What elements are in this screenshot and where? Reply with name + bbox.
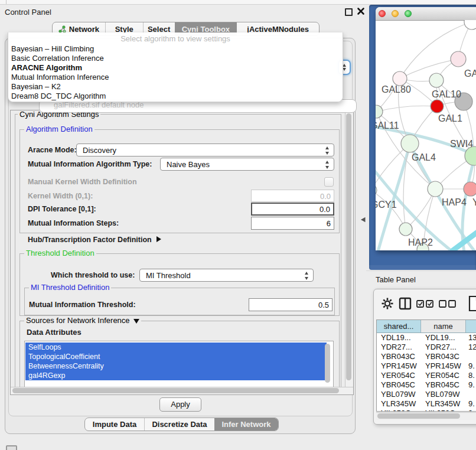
network-node-GAL80[interactable] — [393, 71, 407, 86]
table-row[interactable]: YDL19...YDL19...13 — [377, 333, 476, 343]
table-cell: YER054C — [421, 371, 466, 380]
dropdown-item-bayesian-hill[interactable]: Bayesian – Hill Climbing — [11, 44, 94, 54]
kernel-width-label: Kernel Width (0,1): — [28, 190, 93, 203]
aracne-mode-combo[interactable]: Discovery — [76, 144, 334, 156]
network-edge[interactable] — [400, 59, 458, 79]
list-scrollbar-thumb[interactable] — [325, 344, 330, 383]
expanded-arrow-icon — [133, 319, 139, 324]
network-node-GAL1[interactable] — [431, 100, 444, 113]
table-cell: YBL079W — [421, 390, 466, 399]
table-cell: YLR345W — [377, 399, 421, 409]
network-node-Y[interactable] — [464, 182, 476, 196]
dropdown-item-aracne[interactable]: ARACNE Algorithm — [11, 63, 82, 73]
split-columns-icon[interactable] — [399, 297, 412, 310]
data-attributes-label: Data Attributes — [27, 328, 81, 337]
table-cell — [466, 352, 476, 361]
tab-infer-network[interactable]: Infer Network — [214, 418, 278, 431]
dropdown-item-basic-correlation[interactable]: Basic Correlation Inference — [11, 54, 104, 63]
network-node-GAL[interactable] — [451, 51, 466, 67]
list-item-betweennesscentrality[interactable]: BetweennessCentrality — [25, 361, 327, 371]
manual-kernel-width-label: Manual Kernel Width Definition — [28, 175, 137, 188]
apply-button[interactable]: Apply — [159, 397, 201, 412]
network-node-GAL4[interactable] — [401, 135, 419, 152]
mi-threshold-group-title: MI Threshold Definition — [29, 283, 111, 292]
kernel-width-field[interactable]: 0.0 — [251, 190, 334, 202]
deselect-all-columns-icon[interactable] — [439, 300, 457, 308]
mi-algorithm-type-combo[interactable]: Naive Bayes — [160, 158, 334, 171]
table-row[interactable]: YBL079WYBL079W — [377, 390, 476, 399]
dropdown-item-bayesian-k2[interactable]: Bayesian – K2 — [11, 82, 61, 92]
column-header-name[interactable]: name — [421, 320, 466, 332]
dropdown-item-dream8[interactable]: Dream8 DC_TDC Algorithm — [11, 92, 106, 101]
network-node-SWI4[interactable] — [465, 146, 476, 165]
node-label: GAL4 — [412, 152, 436, 162]
network-node-HAP2[interactable] — [399, 223, 412, 236]
settings-vscrollbar-thumb[interactable] — [346, 113, 351, 380]
table-cell: 9. — [466, 409, 476, 412]
network-canvas[interactable]: GALGAL80GAL10GAL1GAL11SWI4GAL4HAP4YGCY1H… — [376, 20, 476, 250]
network-node-HAP4[interactable] — [428, 181, 443, 197]
network-node-GAL10[interactable] — [429, 73, 444, 87]
cyni-settings-scrollpane: Cyni Algorithm Settings Algorithm Defini… — [10, 110, 354, 395]
list-item-selfloops[interactable]: SelfLoops — [25, 343, 327, 352]
mi-threshold-field[interactable]: 0.5 — [249, 298, 332, 311]
settings-hscrollbar-thumb[interactable] — [12, 388, 339, 393]
table-row[interactable]: YLR345WYLR345W9. — [377, 399, 476, 409]
mi-algorithm-type-label: Mutual Information Algorithm Type: — [28, 158, 152, 171]
table-panel-title: Table Panel — [376, 275, 416, 284]
mouse-cursor — [360, 216, 366, 223]
dpi-tolerance-field[interactable]: 0.0 — [251, 203, 334, 216]
network-edge[interactable] — [376, 106, 437, 112]
table-cell: 13 — [466, 333, 476, 343]
table-cell: YDR27... — [421, 343, 466, 352]
which-threshold-combo[interactable]: MI Threshold — [139, 269, 314, 282]
network-edge[interactable] — [400, 22, 472, 79]
column-header-clipped[interactable] — [466, 320, 476, 332]
table-row[interactable]: YBR045CYBR045C9. — [377, 380, 476, 390]
manual-kernel-width-checkbox[interactable] — [324, 177, 334, 187]
which-threshold-label: Which threshold to use: — [51, 269, 135, 282]
collapsed-arrow-icon — [157, 236, 161, 242]
gear-icon[interactable] — [381, 297, 394, 310]
table-row[interactable]: YBR043CYBR043C — [377, 352, 476, 361]
tab-discretize-data-label: Discretize Data — [152, 420, 207, 429]
minimized-panel-icon[interactable] — [6, 445, 17, 450]
threshold-definition-title: Threshold Definition — [24, 249, 96, 257]
tab-discretize-data[interactable]: Discretize Data — [144, 418, 214, 431]
table-row[interactable]: YPR145WYPR145W9. — [377, 361, 476, 371]
table-row[interactable]: YDR27...YDR27...12 — [377, 343, 476, 352]
hub-tf-definition-toggle[interactable]: Hub/Transcription Factor Definition — [28, 234, 161, 245]
control-panel-title: Control Panel — [5, 8, 51, 17]
table-row[interactable]: YIL052CYIL052C9. — [377, 409, 476, 412]
table-cell: 8. — [466, 371, 476, 380]
tab-impute-data[interactable]: Impute Data — [85, 418, 144, 431]
network-window-titlebar[interactable] — [376, 7, 476, 21]
dropdown-item-mutual-information[interactable]: Mutual Information Inference — [11, 73, 109, 82]
close-panel-icon[interactable] — [357, 7, 365, 15]
float-panel-icon[interactable] — [345, 8, 353, 16]
select-all-columns-icon[interactable] — [416, 300, 434, 308]
table-cell: 12 — [466, 343, 476, 352]
network-window[interactable]: GALGAL80GAL10GAL1GAL11SWI4GAL4HAP4YGCY1H… — [376, 7, 476, 250]
minimize-window-icon[interactable] — [392, 10, 399, 17]
mi-threshold-label: Mutual Information Threshold: — [29, 298, 136, 311]
column-header-shared[interactable]: shared... — [377, 320, 421, 332]
close-window-icon[interactable] — [379, 10, 386, 17]
table-cell: YBL079W — [377, 390, 421, 399]
zoom-window-icon[interactable] — [405, 10, 412, 17]
table-window: shared... name YDL19...YDL19...13YDR27..… — [373, 289, 476, 425]
node-label: HAP4 — [442, 197, 467, 207]
table-cell: YBR043C — [377, 352, 421, 361]
table-cell — [466, 390, 476, 399]
mi-steps-field[interactable]: 6 — [251, 217, 334, 230]
document-icon[interactable] — [468, 295, 476, 312]
list-item-gal4rgexp[interactable]: gal4RGexp — [25, 371, 327, 380]
network-node-top[interactable] — [464, 20, 476, 30]
table-hscrollbar-thumb[interactable] — [377, 413, 460, 419]
data-attributes-list[interactable]: SelfLoops TopologicalCoefficient Between… — [24, 341, 334, 387]
table-row[interactable]: YER054CYER054C8. — [377, 371, 476, 380]
table-cell: 9. — [466, 399, 476, 409]
sources-group-title[interactable]: Sources for Network Inference — [24, 317, 141, 325]
list-item-topologicalcoefficient[interactable]: TopologicalCoefficient — [25, 352, 327, 361]
algorithm-definition-title: Algorithm Definition — [24, 125, 94, 133]
